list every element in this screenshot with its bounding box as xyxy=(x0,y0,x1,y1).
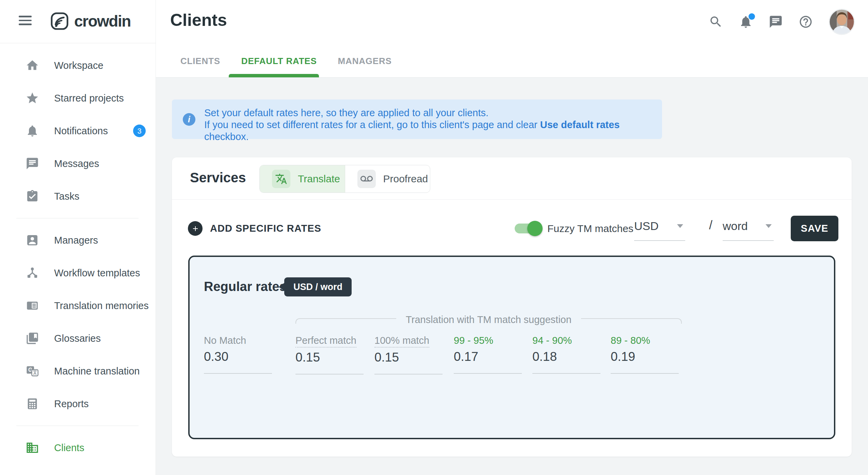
tab-default-rates[interactable]: DEFAULT RATES xyxy=(241,56,317,66)
crowdin-logo[interactable]: crowdin xyxy=(50,11,131,31)
sidebar-item-workflow-templates[interactable]: Workflow templates xyxy=(0,257,156,289)
workflow-icon xyxy=(26,266,39,280)
select-underline xyxy=(723,240,774,241)
tab-clients[interactable]: CLIENTS xyxy=(180,56,220,66)
rate-column-perfect-match: Perfect match 0.15 xyxy=(295,334,365,374)
sidebar-item-glossaries[interactable]: Glossaries xyxy=(0,322,156,355)
sidebar: crowdin Workspace Starred projects Notif… xyxy=(0,0,156,475)
hamburger-menu-icon[interactable] xyxy=(19,16,32,27)
sidebar-item-label: Workflow templates xyxy=(54,267,140,279)
sidebar-item-label: Workspace xyxy=(54,60,103,71)
sidebar-nav: Workspace Starred projects Notifications… xyxy=(0,43,156,464)
sidebar-item-tasks[interactable]: Tasks xyxy=(0,180,156,213)
sidebar-item-label: Glossaries xyxy=(54,333,101,344)
sidebar-item-label: Messages xyxy=(54,158,99,169)
save-button[interactable]: SAVE xyxy=(791,216,838,241)
active-tab-indicator xyxy=(229,74,319,77)
rate-input-underline xyxy=(454,373,522,374)
sidebar-item-clients[interactable]: Clients xyxy=(0,431,156,464)
tasks-icon xyxy=(26,189,39,203)
sidebar-item-label: Clients xyxy=(54,442,84,454)
sidebar-divider xyxy=(16,426,139,426)
tm-match-group-label: Translation with TM match suggestion xyxy=(406,314,572,325)
rate-input[interactable]: 0.19 xyxy=(611,350,680,364)
sidebar-item-notifications[interactable]: Notifications 3 xyxy=(0,114,156,147)
rate-column-89-80: 89 - 80% 0.19 xyxy=(611,334,680,374)
sidebar-item-label: Starred projects xyxy=(54,93,124,104)
search-icon[interactable] xyxy=(709,15,723,29)
calculator-icon xyxy=(26,397,39,411)
glasses-icon xyxy=(357,170,376,188)
avatar[interactable] xyxy=(829,9,855,35)
rate-label: 99 - 95% xyxy=(454,334,493,347)
notifications-count-badge: 3 xyxy=(133,125,146,137)
memory-card-icon xyxy=(26,299,39,312)
info-line-2: If you need to set different rates for a… xyxy=(204,119,662,143)
sidebar-item-managers[interactable]: Managers xyxy=(0,224,156,257)
default-rates-card: Services Translate Proofread xyxy=(172,157,852,457)
bell-icon xyxy=(26,124,39,138)
unit-select[interactable]: word xyxy=(723,219,774,241)
services-heading: Services xyxy=(190,170,246,185)
sidebar-item-label: Reports xyxy=(54,398,89,410)
unit-value: word xyxy=(723,219,748,232)
bracket-line xyxy=(295,318,396,324)
plus-icon xyxy=(188,221,203,236)
sidebar-item-label: Managers xyxy=(54,235,98,246)
sidebar-item-label: Tasks xyxy=(54,191,79,202)
currency-unit-separator: / xyxy=(709,218,712,232)
rate-input-underline xyxy=(374,374,443,374)
sidebar-item-translation-memories[interactable]: Translation memories xyxy=(0,289,156,322)
rate-input[interactable]: 0.17 xyxy=(454,350,524,364)
svg-text:A: A xyxy=(33,371,37,376)
translate-icon xyxy=(272,170,290,188)
rate-input[interactable]: 0.15 xyxy=(374,350,444,365)
sidebar-header: crowdin xyxy=(0,0,156,43)
rate-column-100-match: 100% match 0.15 xyxy=(374,334,444,374)
rate-input-underline xyxy=(204,373,272,374)
chat-icon[interactable] xyxy=(769,15,783,29)
rate-input-underline xyxy=(611,373,679,374)
info-banner-text: Set your default rates here, so they are… xyxy=(204,107,662,143)
unread-notification-dot xyxy=(749,13,755,20)
sidebar-item-workspace[interactable]: Workspace xyxy=(0,49,156,82)
currency-select[interactable]: USD xyxy=(634,219,685,241)
main-area: Clients CLIENTS DEFAULT RATES MANAGERS xyxy=(156,0,868,475)
sidebar-item-label: Translation memories xyxy=(54,300,149,311)
regular-rates-panel: Regular rates USD / word Translation wit… xyxy=(188,256,835,439)
info-icon: i xyxy=(183,113,195,126)
rate-input[interactable]: 0.30 xyxy=(204,350,274,364)
rate-label: No Match xyxy=(204,334,246,347)
page-header: Clients CLIENTS DEFAULT RATES MANAGERS xyxy=(156,0,868,78)
sidebar-item-messages[interactable]: Messages xyxy=(0,147,156,180)
rate-input-underline xyxy=(295,374,364,374)
sidebar-item-reports[interactable]: Reports xyxy=(0,387,156,420)
service-switcher: Translate Proofread xyxy=(259,165,430,193)
service-option-translate[interactable]: Translate xyxy=(260,165,345,193)
tab-bar: CLIENTS DEFAULT RATES MANAGERS xyxy=(180,56,392,66)
chat-icon xyxy=(26,157,39,170)
help-icon[interactable] xyxy=(799,15,813,29)
tab-managers[interactable]: MANAGERS xyxy=(338,56,392,66)
crowdin-logo-icon xyxy=(50,11,69,31)
brand-name: crowdin xyxy=(74,11,131,31)
fuzzy-tm-toggle[interactable] xyxy=(515,224,541,233)
home-icon xyxy=(26,59,39,72)
bell-icon[interactable] xyxy=(739,15,753,29)
rate-column-99-95: 99 - 95% 0.17 xyxy=(454,334,524,374)
info-banner: i Set your default rates here, so they a… xyxy=(172,99,662,139)
machine-translate-icon: G A xyxy=(26,364,39,378)
rate-input-underline xyxy=(532,373,600,374)
rate-input[interactable]: 0.15 xyxy=(295,350,365,365)
add-specific-rates-button[interactable]: ADD SPECIFIC RATES xyxy=(188,221,321,236)
sidebar-item-machine-translation[interactable]: G A Machine translation xyxy=(0,355,156,387)
tm-match-group: Translation with TM match suggestion xyxy=(295,316,682,327)
chevron-down-icon xyxy=(677,224,683,228)
star-icon xyxy=(26,91,39,105)
currency-value: USD xyxy=(634,219,659,232)
sidebar-item-starred-projects[interactable]: Starred projects xyxy=(0,82,156,114)
service-option-proofread[interactable]: Proofread xyxy=(345,165,430,193)
card-divider xyxy=(172,199,852,200)
rate-label: 89 - 80% xyxy=(611,334,650,347)
rate-input[interactable]: 0.18 xyxy=(532,350,602,364)
